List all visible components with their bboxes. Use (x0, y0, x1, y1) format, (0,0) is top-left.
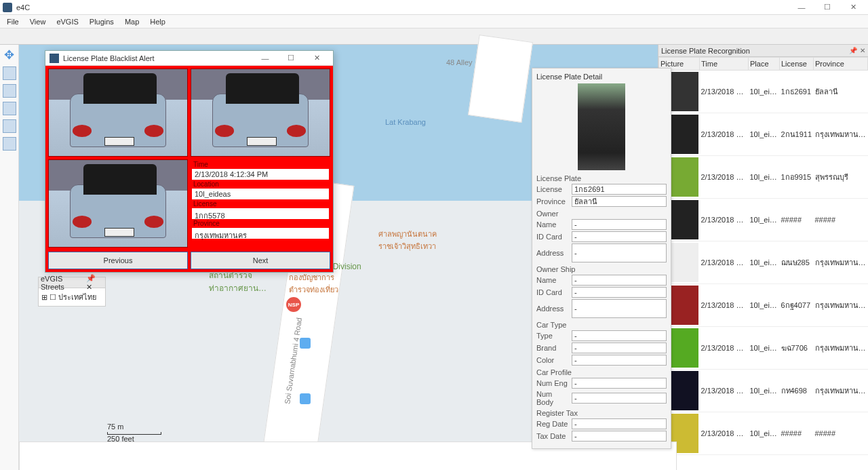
owner-address-field[interactable]: - (572, 243, 667, 262)
row-place: 10l_eide… (749, 241, 780, 284)
numbody-field[interactable]: - (572, 393, 667, 404)
location-value: 10l_eideas (192, 189, 329, 199)
province-field[interactable]: ยัลลานี (572, 196, 667, 207)
row-time: 2/13/2018 4:1… (700, 284, 749, 327)
detail-title: License Plate Detail (536, 73, 602, 81)
col-license[interactable]: License (780, 58, 814, 71)
color-field[interactable]: - (572, 355, 667, 366)
row-license: ฆฉ7706 (780, 327, 814, 370)
ownership-name-field[interactable]: - (572, 275, 667, 286)
table-row[interactable]: 2/13/2018 4:1…10l_eide…########## (659, 199, 868, 241)
table-row[interactable]: 2/13/2018 4:1…10l_eide…2กน1911กรุงเทพมหา… (659, 113, 868, 156)
nsp-marker-icon[interactable]: NSP (285, 296, 302, 313)
next-button[interactable]: Next (191, 252, 330, 269)
owner-idcard-field[interactable]: - (572, 231, 667, 242)
tool-icon[interactable] (3, 119, 16, 133)
menu-help[interactable]: Help (144, 16, 171, 27)
move-tool-icon[interactable]: ✥ (4, 47, 14, 62)
row-place: 10l_eide… (749, 156, 780, 199)
col-time[interactable]: Time (700, 58, 749, 71)
minimize-button[interactable]: — (789, 1, 814, 14)
row-province: ##### (814, 412, 868, 455)
detail-image (578, 83, 625, 170)
ownership-idcard-field[interactable]: - (572, 287, 667, 298)
row-time: 2/13/2018 4:1… (700, 370, 749, 412)
province-label: Province (192, 220, 329, 227)
row-place: 10l_eide… (749, 370, 780, 412)
tool-icon[interactable] (3, 102, 16, 115)
map-scale: 75 m250 feet (107, 423, 161, 443)
map-poi-police-th: กองบัญชาการ ตำรวจท่องเที่ยว (289, 271, 338, 296)
row-license: 2กน1911 (780, 113, 814, 156)
regdate-field[interactable]: - (572, 418, 667, 429)
brand-field[interactable]: - (572, 342, 667, 353)
row-province: กรุงเทพมหานคร (814, 327, 868, 370)
col-place[interactable]: Place (749, 58, 780, 71)
license-value: 1กก5578 (192, 208, 329, 219)
type-field[interactable]: - (572, 330, 667, 341)
row-place: 10l_eide… (749, 113, 780, 156)
col-province[interactable]: Province (814, 58, 868, 71)
menu-file[interactable]: File (1, 16, 24, 27)
menu-view[interactable]: View (24, 16, 52, 27)
row-license: ##### (780, 199, 814, 241)
taxdate-field[interactable]: - (572, 431, 667, 442)
recognition-panel: License Plate Recorgnition 📌✕ Picture Ti… (658, 45, 868, 470)
previous-button[interactable]: Previous (48, 252, 188, 269)
table-row[interactable]: 2/13/2018 4:1…10l_eide…6กฐ4077กรุงเทพมหา… (659, 284, 868, 327)
menu-evgis[interactable]: eVGIS (51, 16, 83, 27)
table-row[interactable]: 2/13/2018 4:1…10l_eide…ฆฉ7706กรุงเทพมหาน… (659, 327, 868, 370)
ownership-address-field[interactable]: - (572, 299, 667, 318)
section-carprofile: Car Profile (536, 368, 667, 376)
close-button[interactable]: ✕ (841, 1, 865, 14)
tree-node[interactable]: ประเทศไทย (58, 293, 96, 301)
table-row[interactable]: 2/13/2018 4:1…10l_eide…1กธ2691ยัลลานี (659, 71, 868, 113)
numeng-field[interactable]: - (572, 378, 667, 389)
maximize-button[interactable]: ☐ (815, 1, 840, 14)
row-time: 2/13/2018 4:1… (700, 113, 749, 156)
license-label: License (192, 200, 329, 208)
menu-plugins[interactable]: Plugins (84, 16, 119, 27)
table-row[interactable]: 2/13/2018 4:1…10l_eide…########## (659, 412, 868, 455)
row-province: กรุงเทพมหานคร (814, 370, 868, 412)
row-time: 2/13/2018 4:1… (700, 412, 749, 455)
province-value: กรุงเทพมหานคร (192, 228, 329, 239)
license-field[interactable]: 1กธ2691 (572, 184, 667, 195)
map-label: 48 Alley (446, 58, 473, 66)
streets-panel: eVGIS Streets📌 ✕ ⊞ ☐ ประเทศไทย (38, 277, 106, 307)
tree-expand-icon[interactable]: ⊞ (41, 293, 47, 301)
table-row[interactable]: 2/13/2018 4:1…10l_eide…กท4698กรุงเทพมหาน… (659, 370, 868, 412)
dialog-minimize-button[interactable]: — (253, 52, 277, 65)
row-province: กรุงเทพมหานคร (814, 284, 868, 327)
row-place: 10l_eide… (749, 327, 780, 370)
owner-name-field[interactable]: - (572, 219, 667, 230)
row-province: สุพรรณบุรี (814, 156, 868, 199)
blacklist-alert-dialog: License Plate Blacklist Alert — ☐ ✕ Time… (45, 50, 334, 273)
tool-icon[interactable] (3, 137, 16, 151)
section-owner: Owner (536, 210, 667, 218)
row-license: 1กอ9915 (780, 156, 814, 199)
row-place: 10l_eide… (749, 71, 780, 113)
dialog-icon (50, 54, 59, 63)
row-time: 2/13/2018 4:1… (700, 156, 749, 199)
pin-icon[interactable]: 📌 (849, 47, 857, 54)
license-plate-detail-panel: License Plate Detail License Plate Licen… (532, 68, 671, 449)
time-label: Time (192, 161, 329, 168)
pin-icon[interactable]: 📌 (86, 274, 96, 282)
dialog-maximize-button[interactable]: ☐ (279, 52, 303, 65)
tool-icon[interactable] (3, 84, 16, 98)
recognition-table[interactable]: Picture Time Place License Province 2/13… (658, 57, 868, 455)
section-cartype: Car Type (536, 321, 667, 329)
left-toolbar: ✥ (0, 45, 19, 470)
menu-map[interactable]: Map (119, 16, 144, 27)
row-time: 2/13/2018 4:1… (700, 241, 749, 284)
section-license-plate: License Plate (536, 174, 667, 182)
table-row[interactable]: 2/13/2018 4:1…10l_eide…1กอ9915สุพรรณบุรี (659, 156, 868, 199)
tool-icon[interactable] (3, 66, 16, 80)
close-icon[interactable]: ✕ (860, 47, 865, 54)
close-icon[interactable]: ✕ (86, 283, 92, 291)
row-province: กรุงเทพมหานคร (814, 113, 868, 156)
dialog-close-button[interactable]: ✕ (304, 52, 329, 65)
table-row[interactable]: 2/13/2018 4:1…10l_eide…ฌนษ285กรุงเทพมหาน… (659, 241, 868, 284)
map-label: Lat Krabang (385, 118, 426, 126)
